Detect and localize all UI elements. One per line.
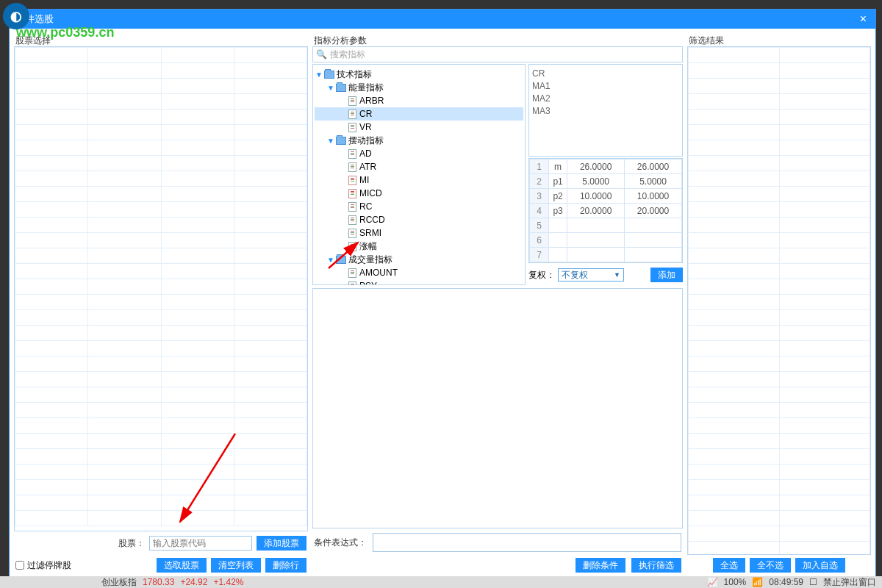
search-placeholder: 搜索指标: [330, 49, 365, 61]
fuquan-value: 不复权: [562, 269, 588, 282]
list-item[interactable]: MA2: [532, 93, 679, 105]
tree-item[interactable]: VR: [315, 121, 523, 134]
stock-code-input[interactable]: [149, 536, 252, 551]
tree-item[interactable]: AD: [315, 147, 523, 160]
close-icon[interactable]: ×: [857, 12, 870, 26]
tree-item[interactable]: RCCD: [315, 213, 523, 226]
status-index: 创业板指: [101, 576, 137, 589]
popup-block-label: 禁止弹出窗口: [823, 576, 876, 589]
add-condition-button[interactable]: 添加: [650, 268, 683, 282]
filter-suspended-input[interactable]: [15, 561, 24, 570]
stock-filter-dialog: 条件选股 × 股票选择 股票： 添加股票 过滤停牌股: [9, 9, 876, 581]
list-item[interactable]: MA3: [532, 105, 679, 118]
tree-item[interactable]: ATR: [315, 160, 523, 173]
stock-label: 股票：: [118, 537, 145, 550]
tree-item[interactable]: CR: [315, 107, 523, 121]
tree-item[interactable]: SRMI: [315, 226, 523, 240]
add-favorite-button[interactable]: 加入自选: [795, 558, 845, 573]
condition-grid[interactable]: [312, 288, 683, 528]
select-all-button[interactable]: 全选: [713, 558, 745, 573]
expression-input[interactable]: [373, 533, 681, 552]
tree-item[interactable]: ARBR: [315, 94, 523, 107]
list-item[interactable]: MA1: [532, 80, 679, 93]
tree-item[interactable]: AMOUNT: [315, 266, 523, 279]
tree-item[interactable]: ▼技术指标: [315, 68, 523, 81]
search-icon: 🔍: [316, 49, 327, 60]
status-value: 1780.33: [143, 577, 174, 587]
param-table[interactable]: 1m26.000026.00002p15.00005.00003p210.000…: [528, 158, 683, 263]
delete-row-button[interactable]: 删除行: [265, 558, 306, 573]
tree-item[interactable]: ▼成交量指标: [315, 253, 523, 266]
stock-grid[interactable]: [15, 47, 307, 531]
chart-icon[interactable]: 📈: [707, 577, 718, 587]
run-filter-button[interactable]: 执行筛选: [631, 558, 681, 573]
results-grid[interactable]: [688, 47, 870, 554]
app-logo-icon: ◐: [3, 3, 29, 29]
select-none-button[interactable]: 全不选: [750, 558, 791, 573]
selected-indicator-list[interactable]: CRMA1MA2MA3: [528, 64, 683, 157]
indicator-tree[interactable]: ▼技术指标▼能量指标ARBRCRVR▼摆动指标ADATRMIMICDRCRCCD…: [312, 64, 526, 285]
watermark: www.pc0359.cn: [16, 25, 114, 40]
delete-condition-button[interactable]: 删除条件: [576, 558, 625, 573]
filter-suspended-checkbox[interactable]: 过滤停牌股: [15, 559, 71, 572]
tree-item[interactable]: ▼能量指标: [315, 81, 523, 94]
status-pct: +1.42%: [213, 577, 243, 587]
results-title: 筛选结果: [687, 33, 871, 46]
tree-item[interactable]: MI: [315, 173, 523, 187]
list-item[interactable]: CR: [532, 68, 679, 80]
indicator-params-title: 指标分析参数: [312, 33, 683, 46]
tree-item[interactable]: 涨幅: [315, 240, 523, 253]
select-stock-button[interactable]: 选取股票: [157, 558, 207, 573]
status-bar: 创业板指 1780.33 +24.92 +1.42% 📈 100% 📶 08:4…: [0, 576, 882, 588]
tree-item[interactable]: PSY: [315, 279, 523, 285]
clear-list-button[interactable]: 清空列表: [211, 558, 261, 573]
fuquan-label: 复权：: [528, 269, 555, 282]
tree-item[interactable]: ▼摆动指标: [315, 134, 523, 147]
tree-item[interactable]: RC: [315, 200, 523, 213]
tree-item[interactable]: MICD: [315, 187, 523, 200]
zoom-level: 100%: [724, 577, 747, 587]
titlebar: 条件选股 ×: [10, 10, 875, 29]
expression-label: 条件表达式：: [314, 537, 367, 549]
add-stock-button[interactable]: 添加股票: [257, 536, 306, 551]
status-change: +24.92: [180, 577, 207, 587]
filter-suspended-label: 过滤停牌股: [27, 559, 71, 572]
fuquan-select[interactable]: 不复权 ▼: [558, 268, 624, 282]
chevron-down-icon: ▼: [614, 271, 620, 279]
status-time: 08:49:59: [769, 577, 803, 587]
signal-icon: 📶: [752, 577, 763, 587]
indicator-search-input[interactable]: 🔍 搜索指标: [312, 46, 683, 62]
